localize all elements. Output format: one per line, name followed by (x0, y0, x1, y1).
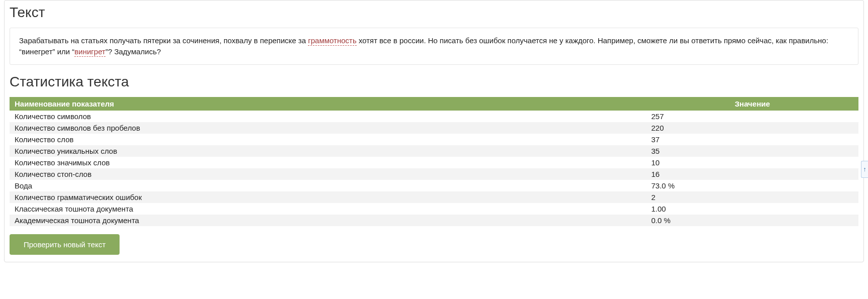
stat-label: Количество символов без пробелов (10, 122, 646, 134)
stat-value: 0.0 % (646, 215, 859, 226)
stat-value: 37 (646, 134, 859, 145)
table-row: Классическая тошнота документа1.00 (10, 203, 858, 215)
stat-label: Количество символов (10, 111, 646, 122)
main-panel: Текст Зарабатывать на статьях получать п… (4, 0, 864, 262)
table-row: Количество слов37 (10, 134, 858, 145)
stat-value: 73.0 % (646, 180, 859, 191)
stat-label: Количество уникальных слов (10, 145, 646, 157)
stat-label: Классическая тошнота документа (10, 203, 646, 215)
table-row: Количество стоп-слов16 (10, 168, 858, 180)
text-heading: Текст (10, 5, 858, 21)
stat-value: 10 (646, 157, 859, 168)
text-fragment: ”? Задумались? (105, 47, 161, 56)
stat-value: 16 (646, 168, 859, 180)
stat-label: Вода (10, 180, 646, 191)
stat-label: Количество значимых слов (10, 157, 646, 168)
table-row: Количество символов257 (10, 111, 858, 122)
table-row: Количество значимых слов10 (10, 157, 858, 168)
stat-value: 2 (646, 191, 859, 203)
table-row: Количество символов без пробелов220 (10, 122, 858, 134)
arrow-up-icon: ↑ (863, 165, 866, 173)
stat-value: 35 (646, 145, 859, 157)
stats-heading: Статистика текста (10, 74, 858, 90)
stat-value: 1.00 (646, 203, 859, 215)
scroll-top-button[interactable]: ↑ (861, 161, 868, 178)
table-row: Количество грамматических ошибок2 (10, 191, 858, 203)
stat-label: Количество слов (10, 134, 646, 145)
table-row: Вода73.0 % (10, 180, 858, 191)
stats-table: Наименование показателя Значение Количес… (10, 97, 858, 226)
stat-label: Количество грамматических ошибок (10, 191, 646, 203)
table-header-value: Значение (646, 97, 859, 111)
stat-value: 257 (646, 111, 859, 122)
stat-label: Академическая тошнота документа (10, 215, 646, 226)
check-new-text-button[interactable]: Проверить новый текст (10, 234, 120, 255)
table-header-name: Наименование показателя (10, 97, 646, 111)
stat-value: 220 (646, 122, 859, 134)
spelling-error[interactable]: граммотность (308, 36, 356, 46)
checked-text-box: Зарабатывать на статьях получать пятерки… (10, 28, 858, 65)
table-row: Академическая тошнота документа0.0 % (10, 215, 858, 226)
table-row: Количество уникальных слов35 (10, 145, 858, 157)
spelling-error[interactable]: винигрет (74, 47, 105, 57)
text-fragment: Зарабатывать на статьях получать пятерки… (19, 36, 308, 45)
stat-label: Количество стоп-слов (10, 168, 646, 180)
